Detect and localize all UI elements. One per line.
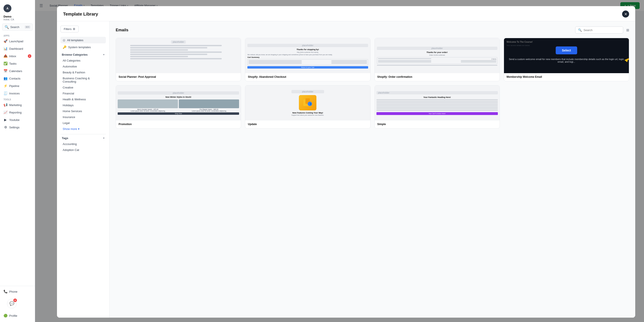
select-button[interactable]: Select: [556, 46, 577, 54]
template-card-shopify-abandoned[interactable]: placeholder Thanks for stopping by! Hey …: [245, 38, 370, 81]
search-kbd: ⌘K: [25, 26, 30, 28]
tag-accounting[interactable]: Accounting: [60, 141, 106, 147]
tags-header[interactable]: Tags ▾: [60, 134, 106, 141]
user-name: Demo: [4, 15, 31, 18]
grid-filter-icon[interactable]: ⊞: [626, 28, 629, 32]
dashboard-icon: 📊: [4, 47, 8, 50]
sidebar-item-phone[interactable]: 📞 Phone: [0, 288, 35, 295]
search-icon: 🔍: [578, 28, 582, 32]
sidebar-item-launchpad[interactable]: 🚀 Launchpad: [0, 38, 35, 45]
sidebar-item-inbox[interactable]: 📥 Inbox ●: [0, 52, 35, 60]
calendars-icon: 📅: [4, 69, 8, 73]
sidebar-item-label: Dashboard: [9, 47, 23, 50]
modal-close-button[interactable]: ✕: [622, 10, 629, 18]
show-more-chevron-icon: ▾: [78, 127, 80, 130]
template-thumb-update: placeholder 👤: [245, 86, 370, 120]
invoices-icon: 🧾: [4, 91, 8, 95]
svg-text:👤: 👤: [309, 102, 312, 105]
sidebar-item-label: Phone: [9, 290, 18, 293]
template-card-social-planner[interactable]: placeholder: [116, 38, 241, 81]
template-name: Shopify: Order confirmation: [377, 75, 497, 78]
youtube-icon: ▶: [4, 118, 8, 122]
sidebar-item-invoices[interactable]: 🧾 Invoices: [0, 90, 35, 97]
notification-bubble[interactable]: 💬 8: [7, 299, 17, 308]
sidebar-item-contacts[interactable]: 👥 Contacts: [0, 75, 35, 82]
category-insurance[interactable]: Insurance: [60, 114, 106, 120]
sidebar-item-label: Launchpad: [9, 40, 23, 43]
template-name: Update: [248, 123, 368, 126]
category-legal[interactable]: Legal: [60, 120, 106, 126]
sidebar-item-label: Calendars: [9, 70, 22, 73]
browse-chevron-icon: ▾: [103, 53, 104, 56]
browse-categories-header[interactable]: Browse Categories ▾: [60, 51, 106, 58]
inbox-badge: ●: [28, 54, 31, 58]
sidebar-item-calendars[interactable]: 📅 Calendars: [0, 67, 35, 75]
sidebar-item-label: Invoices: [9, 92, 20, 95]
right-panel: Emails 🔍 ⊞ placeholder: [110, 21, 635, 318]
filters-button[interactable]: Filters ⚙: [60, 26, 79, 32]
sidebar-item-tasks[interactable]: ✅ Tasks: [0, 60, 35, 67]
template-thumb-shopify-order: placeholder Thanks for your order! Order…: [375, 38, 500, 73]
template-info-simple: Simple: [375, 120, 500, 128]
left-panel: Filters ⚙ ◎ All templates 🔑 System templ…: [57, 21, 110, 318]
user-location: Irvine, CA: [4, 18, 31, 21]
template-name: Shopify: Abandoned Checkout: [248, 75, 368, 78]
search-shortcut[interactable]: 🔍 Search ⌘K: [2, 24, 33, 31]
sidebar-item-marketing[interactable]: 📢 Marketing: [0, 101, 35, 109]
system-templates-item[interactable]: 🔑 System templates: [60, 44, 106, 50]
template-thumb-simple: placeholder Your Fantastic Heading Here!: [375, 86, 500, 120]
template-card-shopify-order[interactable]: placeholder Thanks for your order! Order…: [374, 38, 500, 81]
panel-header: Emails 🔍 ⊞: [116, 26, 629, 34]
modal-title: Template Library: [63, 12, 98, 17]
sidebar-item-label: Contacts: [9, 77, 20, 80]
template-card-membership[interactable]: Welcome To The Course! Your access detai…: [504, 38, 629, 81]
tasks-icon: ✅: [4, 62, 8, 66]
sidebar-item-label: Profile: [9, 314, 17, 318]
sidebar-item-label: Marketing: [9, 104, 22, 107]
template-card-promotion[interactable]: placeholder New Winter Styles In Stock! …: [116, 85, 241, 128]
sidebar-item-dashboard[interactable]: 📊 Dashboard: [0, 45, 35, 52]
launchpad-icon: 🚀: [4, 39, 8, 43]
select-overlay: Select Send a custom welcome email for n…: [504, 38, 629, 73]
modal-body: Filters ⚙ ◎ All templates 🔑 System templ…: [57, 21, 635, 318]
avatar: A: [4, 4, 12, 12]
show-more-button[interactable]: Show more ▾: [60, 126, 106, 132]
template-info-social-planner: Social Planner: Post Approval: [116, 73, 241, 81]
settings-icon: ⚙: [4, 125, 8, 129]
category-holidays[interactable]: Holidays: [60, 102, 106, 108]
category-creative[interactable]: Creative: [60, 84, 106, 90]
search-bar[interactable]: 🔍: [575, 26, 623, 34]
sidebar-item-label: Youtube: [9, 118, 20, 122]
sidebar-item-profile[interactable]: 🟢 Profile: [0, 312, 35, 319]
sidebar-item-pipeline[interactable]: ⚡ Pipeline: [0, 82, 35, 90]
category-automotive[interactable]: Automotive: [60, 64, 106, 70]
category-beauty-fashion[interactable]: Beauty & Fashion: [60, 70, 106, 75]
sidebar-bottom: 📞 Phone 💬 8 🟢 Profile: [0, 286, 35, 319]
category-health-wellness[interactable]: Health & Wellness: [60, 96, 106, 102]
all-templates-item[interactable]: ◎ All templates: [60, 37, 106, 43]
template-info-shopify-order: Shopify: Order confirmation: [375, 73, 500, 81]
sidebar-item-settings[interactable]: ⚙ Settings: [0, 124, 35, 131]
template-name: Social Planner: Post Approval: [118, 75, 238, 78]
category-home-services[interactable]: Home Services: [60, 108, 106, 114]
all-templates-icon: ◎: [63, 38, 65, 42]
template-card-update[interactable]: placeholder 👤: [245, 85, 370, 128]
profile-icon: 🟢: [4, 314, 8, 318]
sidebar-item-youtube[interactable]: ▶ Youtube: [0, 116, 35, 124]
search-input[interactable]: [584, 28, 620, 32]
sidebar-item-label: Inbox: [9, 54, 16, 58]
category-business-coaching[interactable]: Business Coaching & Consulting: [60, 75, 106, 84]
category-financial[interactable]: Financial: [60, 90, 106, 96]
notification-count: 8: [13, 298, 17, 302]
modal-header: Template Library ✕: [57, 6, 635, 21]
tag-adoption-cat[interactable]: Adoption Cat: [60, 147, 106, 153]
template-thumb-promotion: placeholder New Winter Styles In Stock! …: [116, 86, 241, 120]
main-content: ☰ Social Planner Emails ▾ Templates Trig…: [35, 0, 644, 322]
sidebar-item-reporting[interactable]: 📈 Reporting: [0, 109, 35, 116]
contacts-icon: 👥: [4, 76, 8, 80]
category-all[interactable]: All Categories: [60, 58, 106, 64]
overlay-description: Send a custom welcome email for new memb…: [504, 56, 629, 65]
system-templates-icon: 🔑: [63, 45, 66, 49]
template-card-simple[interactable]: placeholder Your Fantastic Heading Here!: [374, 85, 500, 128]
sidebar-item-notifications[interactable]: 💬 8: [0, 295, 35, 312]
